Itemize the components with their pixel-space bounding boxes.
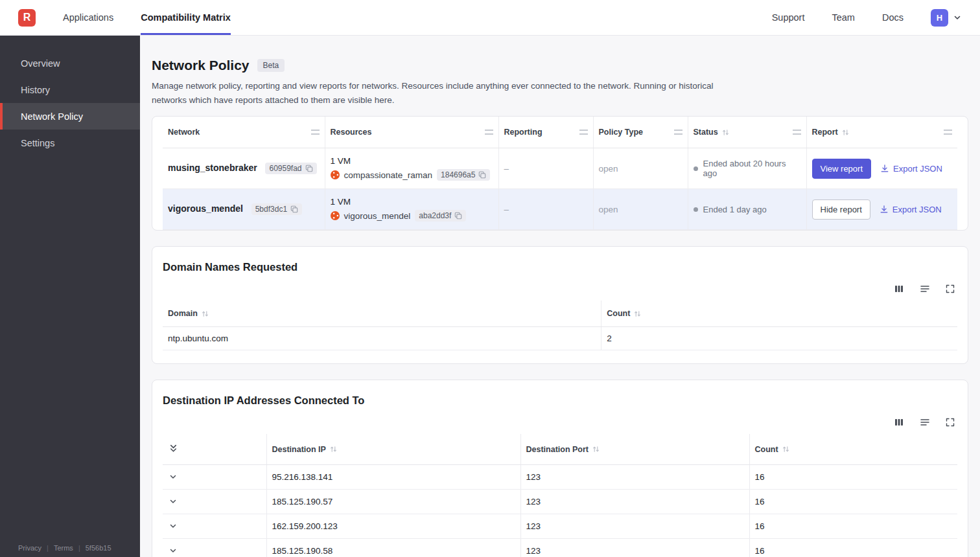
status-dot-icon	[694, 207, 698, 212]
destination-port-cell: 123	[520, 490, 749, 514]
drag-handle-icon[interactable]	[311, 130, 320, 135]
chevron-down-icon[interactable]	[953, 13, 962, 22]
hide-report-button[interactable]: Hide report	[812, 199, 870, 220]
drag-handle-icon[interactable]	[579, 130, 588, 135]
drag-handle-icon[interactable]	[944, 130, 952, 135]
col-header-network[interactable]: Network	[163, 117, 325, 148]
page-description: Manage network policy, reporting and vie…	[152, 79, 722, 107]
nav-item-applications[interactable]: Applications	[63, 0, 113, 35]
chevron-down-icon[interactable]	[168, 472, 178, 482]
ubuntu-icon	[331, 211, 340, 220]
sort-icon[interactable]	[722, 129, 729, 136]
domains-toolbar	[163, 273, 957, 301]
network-row[interactable]: vigorous_mendel 5bdf3dc1 1 VM vigorous_m…	[163, 189, 957, 230]
sort-icon[interactable]	[842, 129, 849, 136]
nav-link-team[interactable]: Team	[832, 12, 854, 23]
chevron-down-icon[interactable]	[168, 545, 178, 556]
drag-handle-icon[interactable]	[793, 130, 801, 135]
expand-cell	[163, 514, 266, 539]
col-header-count[interactable]: Count	[749, 434, 957, 465]
copy-icon[interactable]	[290, 205, 298, 213]
policy-type-cell: open	[593, 148, 688, 189]
col-header-expand-all[interactable]	[163, 434, 266, 465]
export-json-label: Export JSON	[892, 205, 942, 214]
col-header-destination-port[interactable]: Destination Port	[520, 434, 749, 465]
privacy-link[interactable]: Privacy	[18, 544, 41, 552]
nav-link-docs[interactable]: Docs	[882, 12, 904, 23]
count-cell: 16	[749, 539, 957, 557]
rows-icon[interactable]	[920, 417, 930, 427]
resources-cell: 1 VM vigorous_mendel aba2dd3f	[325, 189, 498, 230]
sort-icon[interactable]	[202, 310, 209, 317]
status-text: Ended 1 day ago	[703, 205, 767, 214]
rows-icon[interactable]	[920, 284, 930, 294]
columns-icon[interactable]	[894, 284, 904, 294]
avatar[interactable]: H	[931, 9, 948, 27]
destination-ips-title: Destination IP Addresses Connected To	[163, 380, 957, 407]
ips-header-row: Destination IP Destination Port Count	[163, 434, 957, 465]
export-json-label: Export JSON	[893, 164, 942, 174]
export-json-link[interactable]: Export JSON	[880, 164, 942, 174]
sort-icon[interactable]	[330, 446, 337, 453]
expand-cell	[163, 465, 266, 490]
col-label: Count	[607, 309, 630, 318]
copy-icon[interactable]	[305, 165, 313, 172]
status-cell: Ended about 20 hours ago	[688, 148, 806, 189]
col-header-domain[interactable]: Domain	[163, 301, 601, 327]
sidebar-item-settings[interactable]: Settings	[0, 130, 140, 156]
resource-name[interactable]: compassionate_raman	[344, 170, 433, 180]
copy-icon[interactable]	[454, 212, 462, 220]
chevron-down-icon[interactable]	[168, 496, 178, 506]
count-cell: 16	[749, 465, 957, 490]
networks-card: Network Resources Reporting Policy Type …	[152, 116, 968, 231]
col-header-resources[interactable]: Resources	[325, 117, 498, 148]
download-icon	[880, 164, 889, 173]
expand-icon[interactable]	[946, 418, 955, 427]
page-title: Network Policy	[152, 58, 250, 73]
drag-handle-icon[interactable]	[485, 130, 493, 135]
export-json-link[interactable]: Export JSON	[880, 205, 942, 214]
nav-link-support[interactable]: Support	[772, 12, 805, 23]
sidebar-item-overview[interactable]: Overview	[0, 50, 140, 76]
destination-ip-cell: 162.159.200.123	[266, 514, 520, 539]
col-label: Reporting	[504, 128, 542, 137]
count-cell: 16	[749, 514, 957, 539]
col-header-report[interactable]: Report	[806, 117, 957, 148]
reporting-cell: –	[498, 189, 593, 230]
drag-handle-icon[interactable]	[674, 130, 682, 135]
network-name-cell: musing_stonebraker 60959fad	[163, 148, 325, 189]
sidebar-item-history[interactable]: History	[0, 76, 140, 103]
expand-icon[interactable]	[946, 284, 955, 293]
resource-id-badge: 184696a5	[437, 169, 490, 181]
view-report-button[interactable]: View report	[812, 159, 872, 179]
columns-icon[interactable]	[894, 417, 904, 427]
user-menu[interactable]: H	[931, 9, 962, 27]
divider: |	[47, 544, 49, 552]
double-chevron-down-icon[interactable]	[168, 442, 179, 455]
ip-row: 185.125.190.57 123 16	[163, 490, 957, 514]
nav-item-compatibility-matrix[interactable]: Compatibility Matrix	[141, 0, 231, 35]
col-label: Resources	[331, 128, 372, 137]
sort-icon[interactable]	[592, 446, 600, 453]
col-header-count[interactable]: Count	[601, 301, 957, 327]
col-header-destination-ip[interactable]: Destination IP	[266, 434, 520, 465]
sidebar-item-network-policy[interactable]: Network Policy	[0, 103, 140, 130]
network-id: 5bdf3dc1	[255, 205, 287, 214]
network-row[interactable]: musing_stonebraker 60959fad 1 VM compass…	[163, 148, 957, 189]
ip-row: 185.125.190.58 123 16	[163, 539, 957, 557]
destination-ip-cell: 95.216.138.141	[266, 465, 520, 490]
col-header-policy-type[interactable]: Policy Type	[593, 117, 688, 148]
sort-icon[interactable]	[782, 446, 789, 453]
col-header-reporting[interactable]: Reporting	[498, 117, 593, 148]
terms-link[interactable]: Terms	[54, 544, 73, 552]
copy-icon[interactable]	[478, 171, 486, 179]
chevron-down-icon[interactable]	[168, 521, 178, 531]
col-label: Report	[812, 128, 838, 137]
destination-port-cell: 123	[520, 539, 749, 557]
sort-icon[interactable]	[634, 310, 641, 317]
col-header-status[interactable]: Status	[688, 117, 806, 148]
resource-name[interactable]: vigorous_mendel	[344, 211, 411, 221]
sidebar: Overview History Network Policy Settings…	[0, 36, 140, 557]
ips-toolbar	[163, 407, 957, 434]
app-logo[interactable]: R	[18, 9, 36, 27]
